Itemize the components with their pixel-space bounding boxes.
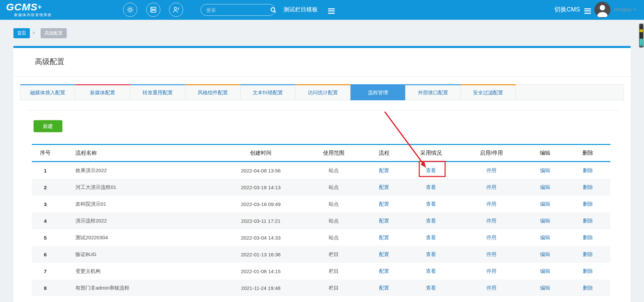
user-avatar[interactable]: [594, 2, 610, 18]
table-row: 4演示流程20222022-03-11 17:21站点配置查看停用编辑删除: [32, 212, 610, 229]
column-header-删除: 删除: [565, 150, 610, 157]
main-menu-icon[interactable]: [584, 7, 591, 15]
row-number: 8: [32, 285, 59, 291]
user-management-icon[interactable]: [169, 3, 183, 17]
scope: 栏目: [304, 285, 364, 291]
settings-gear-icon[interactable]: [123, 3, 137, 17]
tab-安全过滤配置[interactable]: 安全过滤配置: [461, 84, 516, 100]
adoption-view-link[interactable]: 查看: [426, 218, 436, 223]
edit-link-cell: 编辑: [525, 184, 565, 191]
flow-config-link-cell: 配置: [364, 235, 404, 241]
flow-config-link[interactable]: 配置: [379, 235, 389, 240]
search-box: [201, 4, 275, 16]
search-icon[interactable]: [270, 4, 277, 16]
edit-link[interactable]: 编辑: [540, 218, 550, 223]
toggle-disable-link-cell: 停用: [458, 201, 525, 207]
edit-link[interactable]: 编辑: [540, 285, 550, 291]
adoption-view-link-cell: 查看: [404, 184, 458, 191]
adoption-view-link[interactable]: 查看: [426, 251, 436, 257]
tab-访问统计配置[interactable]: 访问统计配置: [296, 84, 351, 100]
flow-name: 农科院演示01: [59, 201, 218, 207]
flow-config-link[interactable]: 配置: [379, 251, 389, 257]
tab-文本纠错配置[interactable]: 文本纠错配置: [240, 84, 296, 100]
delete-link[interactable]: 删除: [583, 235, 593, 240]
toggle-disable-link[interactable]: 停用: [486, 251, 496, 257]
logo-text: GCMS+: [6, 2, 52, 12]
delete-link[interactable]: 删除: [583, 201, 593, 207]
toggle-disable-link[interactable]: 停用: [486, 201, 496, 207]
edit-link[interactable]: 编辑: [540, 251, 550, 257]
toggle-disable-link[interactable]: 停用: [486, 184, 496, 190]
edit-link[interactable]: 编辑: [540, 167, 550, 173]
tab-外部接口配置[interactable]: 外部接口配置: [406, 84, 461, 100]
page-title: 高级配置: [35, 57, 64, 67]
tab-新媒体配置[interactable]: 新媒体配置: [75, 84, 130, 100]
adoption-view-link[interactable]: 查看: [426, 201, 436, 207]
created-time: 2021-11-24 19:48: [218, 285, 304, 291]
delete-link[interactable]: 删除: [583, 268, 593, 274]
new-button[interactable]: 新建: [34, 120, 62, 132]
flow-config-link[interactable]: 配置: [379, 218, 389, 223]
tab-风格组件配置[interactable]: 风格组件配置: [185, 84, 240, 100]
adoption-view-link[interactable]: 查看: [426, 167, 436, 173]
edit-link[interactable]: 编辑: [540, 268, 550, 274]
toggle-disable-link-cell: 停用: [458, 184, 525, 191]
delete-link-cell: 删除: [565, 285, 610, 291]
username-dropdown[interactable]: dongwp: [614, 6, 636, 12]
tab-融媒体接入配置[interactable]: 融媒体接入配置: [20, 84, 75, 100]
delete-link[interactable]: 删除: [583, 167, 593, 173]
tab-转发重用配置[interactable]: 转发重用配置: [130, 84, 185, 100]
toggle-disable-link[interactable]: 停用: [486, 218, 496, 223]
tab-流程管理[interactable]: 流程管理: [351, 84, 406, 100]
delete-link[interactable]: 删除: [583, 251, 593, 257]
flow-config-link-cell: 配置: [364, 268, 404, 274]
adoption-view-link[interactable]: 查看: [426, 184, 436, 190]
flow-config-link[interactable]: 配置: [379, 167, 389, 173]
column-header-启用/停用: 启用/停用: [458, 150, 525, 157]
scope: 站点: [304, 218, 364, 224]
scrollbar-indicator[interactable]: [639, 23, 644, 48]
adoption-view-link-cell: 查看: [404, 235, 458, 241]
toggle-disable-link[interactable]: 停用: [486, 285, 496, 291]
edit-link[interactable]: 编辑: [540, 184, 550, 190]
row-number: 1: [32, 168, 59, 173]
table-row: 8有部门非admin审核流程2021-11-24 19:48栏目配置查看停用编辑…: [32, 280, 610, 296]
flow-config-link[interactable]: 配置: [379, 201, 389, 207]
flow-config-link-cell: 配置: [364, 285, 404, 291]
edit-link[interactable]: 编辑: [540, 201, 550, 207]
delete-link[interactable]: 删除: [583, 218, 593, 223]
flow-name: 有部门非admin审核流程: [59, 285, 218, 291]
toggle-disable-link[interactable]: 停用: [486, 268, 496, 274]
breadcrumb-home[interactable]: 首页: [13, 28, 30, 38]
toggle-disable-link-cell: 停用: [458, 218, 525, 224]
switch-cms-button[interactable]: 切换CMS: [554, 5, 580, 13]
flow-config-link[interactable]: 配置: [379, 268, 389, 274]
search-input[interactable]: [201, 7, 270, 13]
row-number: 2: [32, 185, 59, 190]
adoption-view-link-cell: 查看: [404, 201, 458, 207]
toggle-disable-link[interactable]: 停用: [486, 167, 496, 173]
adoption-view-link-cell: 查看: [404, 218, 458, 224]
flow-name: 验证BUG: [59, 251, 218, 258]
template-menu-icon[interactable]: [328, 7, 335, 15]
adoption-view-link[interactable]: 查看: [426, 268, 436, 274]
row-number: 6: [32, 252, 59, 257]
flow-config-link-cell: 配置: [364, 218, 404, 224]
modules-icon[interactable]: [146, 3, 160, 17]
table-row: 7变更主机构2022-01-08 14:15栏目配置查看停用编辑删除: [32, 263, 610, 280]
column-header-创建时间: 创建时间: [218, 150, 304, 157]
toggle-disable-link-cell: 停用: [458, 285, 525, 291]
adoption-view-link[interactable]: 查看: [426, 235, 436, 240]
top-header-bar: GCMS+ 新媒体内容管理系统: [0, 0, 644, 20]
template-name-label[interactable]: 测试栏目模板: [283, 6, 318, 13]
flow-config-link[interactable]: 配置: [379, 184, 389, 190]
adoption-view-link[interactable]: 查看: [426, 285, 436, 291]
flow-config-link[interactable]: 配置: [379, 285, 389, 291]
delete-link[interactable]: 删除: [583, 285, 593, 291]
edit-link[interactable]: 编辑: [540, 235, 550, 240]
toggle-disable-link[interactable]: 停用: [486, 235, 496, 240]
row-number: 5: [32, 235, 59, 241]
toggle-disable-link-cell: 停用: [458, 167, 525, 174]
delete-link[interactable]: 删除: [583, 184, 593, 190]
toggle-disable-link-cell: 停用: [458, 268, 525, 274]
